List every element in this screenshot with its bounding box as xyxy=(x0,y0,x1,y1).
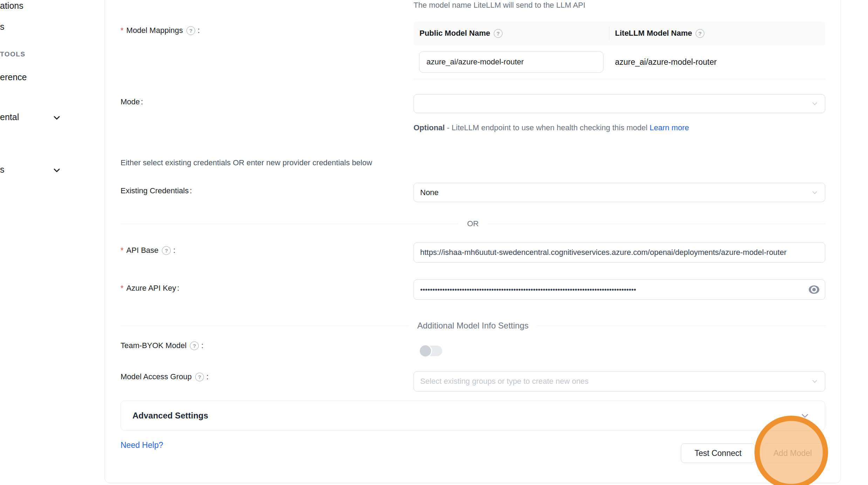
or-divider-text: OR xyxy=(458,219,488,228)
model-mappings-table-row: azure_ai/azure-model-router xyxy=(414,45,825,79)
column-divider xyxy=(609,26,609,40)
existing-credentials-select[interactable]: None xyxy=(414,183,825,202)
sidebar-item-label: ental xyxy=(0,112,19,122)
sidebar-item-label: erence xyxy=(0,72,27,82)
model-mappings-label: * Model Mappings ? : xyxy=(121,26,200,35)
sidebar-item-label: s xyxy=(0,165,5,174)
add-model-button[interactable]: Add Model xyxy=(763,443,823,463)
model-access-group-label: Model Access Group ? : xyxy=(121,372,209,381)
mode-select[interactable] xyxy=(414,94,825,113)
chevron-down-icon xyxy=(800,411,809,420)
chevron-down-icon xyxy=(811,100,819,108)
learn-more-link[interactable]: Learn more xyxy=(650,123,689,132)
help-icon[interactable]: ? xyxy=(186,26,195,35)
existing-credentials-label: Existing Credentials: xyxy=(121,186,192,195)
azure-api-key-label: * Azure API Key : xyxy=(121,284,179,293)
chevron-down-icon xyxy=(811,377,819,385)
sidebar-item-label: ations xyxy=(0,1,23,11)
chevron-down-icon xyxy=(811,189,819,196)
team-byok-toggle[interactable] xyxy=(420,346,442,356)
test-connect-button[interactable]: Test Connect xyxy=(681,443,755,463)
help-icon[interactable]: ? xyxy=(190,341,199,350)
advanced-settings-panel[interactable]: Advanced Settings xyxy=(121,401,825,431)
mode-label: Mode: xyxy=(121,97,143,106)
sidebar-section-tools: TOOLS xyxy=(0,50,26,58)
azure-api-key-masked-value: ••••••••••••••••••••••••••••••••••••••••… xyxy=(420,286,764,294)
column-header-litellm-model-name: LiteLLM Model Name xyxy=(615,29,692,38)
sidebar-item-label: s xyxy=(0,22,5,32)
chevron-down-icon xyxy=(53,113,61,122)
help-icon[interactable]: ? xyxy=(162,246,171,255)
azure-api-key-input[interactable]: ••••••••••••••••••••••••••••••••••••••••… xyxy=(414,279,825,300)
advanced-settings-title: Advanced Settings xyxy=(132,411,208,421)
or-divider: OR xyxy=(121,219,825,228)
sidebar-item-api-reference[interactable]: erence xyxy=(0,72,27,82)
model-access-group-placeholder: Select existing groups or type to create… xyxy=(420,377,589,386)
mode-helper-bold: Optional xyxy=(414,123,445,132)
mode-helper-text: Optional - LiteLLM endpoint to use when … xyxy=(414,119,696,136)
help-icon[interactable]: ? xyxy=(696,29,704,38)
existing-credentials-value: None xyxy=(420,188,439,197)
api-base-value: https://ishaa-mh6uutut-swedencentral.cog… xyxy=(420,248,787,257)
required-asterisk: * xyxy=(121,26,124,35)
additional-info-divider-text: Additional Model Info Settings xyxy=(408,321,538,331)
api-base-label: * API Base ? : xyxy=(121,246,175,255)
additional-info-divider: Additional Model Info Settings xyxy=(121,321,825,331)
sidebar-item-experimental[interactable]: ental xyxy=(0,112,19,122)
litellm-model-name-value: azure_ai/azure-model-router xyxy=(615,57,717,67)
column-header-public-model-name: Public Model Name xyxy=(419,29,490,38)
required-asterisk: * xyxy=(121,246,124,255)
sidebar-item-organizations[interactable]: ations xyxy=(0,1,23,11)
litellm-model-name-helper: The model name LiteLLM will send to the … xyxy=(414,1,585,10)
public-model-name-input[interactable] xyxy=(419,51,603,73)
model-mappings-table: Public Model Name ? LiteLLM Model Name ?… xyxy=(414,21,825,79)
model-mappings-table-header: Public Model Name ? LiteLLM Model Name ? xyxy=(414,21,825,45)
add-model-form: The model name LiteLLM will send to the … xyxy=(121,0,825,485)
toggle-knob xyxy=(419,344,432,358)
sidebar-item-settings[interactable]: s xyxy=(0,165,5,175)
mode-helper-rest: - LiteLLM endpoint to use when health ch… xyxy=(445,123,650,132)
sidebar-item-guardrails[interactable]: s xyxy=(0,22,5,32)
toggle-password-visibility-eye-icon[interactable] xyxy=(808,284,820,295)
sidebar: ations s TOOLS erence ental s xyxy=(0,0,104,485)
team-byok-label: Team-BYOK Model ? : xyxy=(121,341,203,350)
model-access-group-select[interactable]: Select existing groups or type to create… xyxy=(414,371,825,392)
chevron-down-icon xyxy=(53,166,61,174)
api-base-input[interactable]: https://ishaa-mh6uutut-swedencentral.cog… xyxy=(414,242,825,263)
help-icon[interactable]: ? xyxy=(494,29,503,38)
need-help-link[interactable]: Need Help? xyxy=(121,441,163,450)
credentials-note: Either select existing credentials OR en… xyxy=(121,158,372,167)
required-asterisk: * xyxy=(121,284,124,293)
help-icon[interactable]: ? xyxy=(195,373,204,381)
